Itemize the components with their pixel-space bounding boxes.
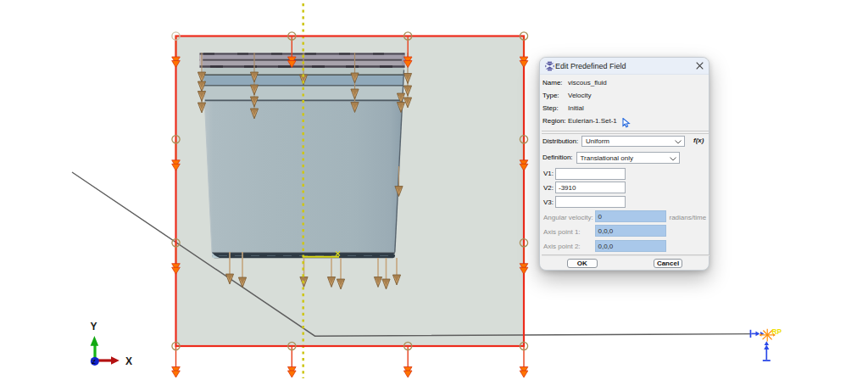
svg-text:X: X — [125, 355, 132, 367]
svg-text:Z: Z — [92, 358, 96, 366]
svg-text:Y: Y — [91, 321, 97, 332]
svg-text:RP: RP — [772, 327, 782, 336]
